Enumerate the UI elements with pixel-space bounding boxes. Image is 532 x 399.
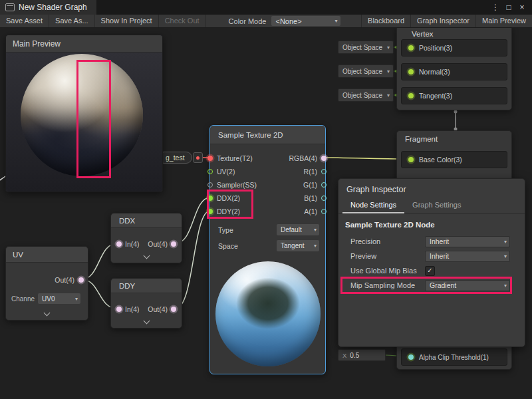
- a-output-port[interactable]: [321, 209, 327, 214]
- inspector-node-heading: Sample Texture 2D Node: [345, 221, 519, 229]
- fragment-row-base-color[interactable]: Base Color(3): [401, 151, 507, 168]
- uv-out-port[interactable]: [78, 277, 84, 283]
- texture-input-port[interactable]: [207, 156, 213, 161]
- ddy-in-group[interactable]: In(4): [116, 305, 140, 313]
- vertex-row-normal[interactable]: Normal(3): [401, 63, 507, 80]
- graph-inspector-panel[interactable]: Graph Inspector Node Settings Graph Sett…: [338, 178, 525, 347]
- rgba-output-port[interactable]: [321, 156, 327, 161]
- r-output-port[interactable]: [321, 169, 327, 174]
- ddy-input-row[interactable]: DDY(2): [207, 206, 240, 217]
- uv-channel-label: Channe: [11, 295, 35, 303]
- vertex-row-position[interactable]: Position(3): [401, 39, 507, 57]
- g-output-row[interactable]: G(1): [303, 180, 327, 190]
- sample-texture-preview-sphere: [215, 261, 321, 366]
- base-color-label: Base Color(3): [419, 156, 462, 164]
- uv-channel-dropdown[interactable]: UV0 ▾: [38, 293, 80, 304]
- vertex-row-tangent[interactable]: Tangent(3): [401, 87, 507, 104]
- r-output-row[interactable]: R(1): [304, 166, 327, 177]
- save-as-button[interactable]: Save As...: [49, 15, 95, 27]
- inspector-tab-bar: Node Settings Graph Settings: [338, 198, 525, 214]
- ddx-collapse-button[interactable]: [142, 253, 151, 260]
- uv-channel-value: UV0: [42, 295, 55, 303]
- chevron-down-icon: ▾: [314, 227, 317, 233]
- ddx-in-port[interactable]: [116, 241, 122, 247]
- ddx-node[interactable]: DDX In(4) Out(4): [110, 213, 182, 263]
- position-space-dropdown[interactable]: Object Space ▾: [338, 41, 394, 54]
- sample-texture-2d-node[interactable]: Sample Texture 2D Texture(T2) UV(2) Samp…: [209, 125, 326, 374]
- tab-graph-settings[interactable]: Graph Settings: [404, 198, 469, 213]
- mip-sampling-mode-dropdown[interactable]: Gradient ▾: [425, 280, 510, 291]
- ddy-out-group[interactable]: Out(4): [148, 305, 176, 313]
- graph-canvas[interactable]: Object Space ▾ Object Space ▾ Object Spa…: [0, 28, 532, 399]
- sampler-input-row[interactable]: Sampler(SS): [207, 180, 257, 190]
- ddy-in-port[interactable]: [116, 307, 122, 312]
- float-x-value[interactable]: 0.5: [350, 352, 359, 359]
- texture-input-row[interactable]: Texture(T2): [207, 153, 253, 164]
- close-icon[interactable]: ×: [516, 0, 528, 15]
- alpha-clip-port[interactable]: [408, 354, 414, 360]
- chevron-down-icon: ▾: [75, 296, 78, 302]
- ddy-collapse-button[interactable]: [142, 319, 151, 325]
- gtest-output-port[interactable]: [193, 152, 203, 163]
- fragment-row-alpha-clip[interactable]: Alpha Clip Threshold(1): [401, 348, 507, 366]
- chevron-down-icon: ▾: [387, 45, 390, 51]
- preview-dropdown[interactable]: Inherit ▾: [425, 251, 510, 262]
- position-port[interactable]: [408, 45, 414, 51]
- maximize-icon[interactable]: □: [503, 0, 515, 15]
- ddx-in-group[interactable]: In(4): [116, 240, 140, 248]
- space-dropdown[interactable]: Tangent ▾: [277, 240, 319, 251]
- uv-collapse-button[interactable]: [43, 311, 52, 317]
- uv-input-label: UV(2): [217, 168, 235, 176]
- g-output-port[interactable]: [321, 182, 327, 188]
- ddy-node[interactable]: DDY In(4) Out(4): [110, 278, 182, 329]
- b-output-port[interactable]: [321, 196, 327, 201]
- use-global-mip-bias-checkbox[interactable]: ✓: [425, 266, 435, 276]
- main-preview-body: [6, 53, 162, 192]
- rgba-output-label: RGBA(4): [289, 154, 317, 162]
- chevron-down-icon: ▾: [504, 239, 507, 245]
- position-space-value: Object Space: [342, 44, 382, 51]
- main-preview-header[interactable]: Main Preview: [6, 35, 162, 53]
- normal-space-dropdown[interactable]: Object Space ▾: [338, 65, 394, 78]
- shader-graph-tab[interactable]: New Shader Graph: [0, 0, 96, 15]
- normal-port[interactable]: [408, 69, 414, 74]
- uv-node[interactable]: UV Out(4) Channe UV0 ▾: [5, 246, 88, 321]
- base-color-port[interactable]: [408, 157, 414, 162]
- chevron-down-icon: ▾: [504, 253, 507, 259]
- ddx-out-label: Out(4): [148, 240, 168, 248]
- main-preview-toggle-button[interactable]: Main Preview: [475, 15, 532, 27]
- b-output-row[interactable]: B(1): [304, 193, 327, 203]
- gtest-property-node[interactable]: g_test: [158, 152, 192, 164]
- tab-node-settings[interactable]: Node Settings: [342, 198, 404, 213]
- alpha-clip-default-field[interactable]: X 0.5: [338, 349, 386, 361]
- precision-dropdown[interactable]: Inherit ▾: [425, 236, 510, 247]
- ddx-out-group[interactable]: Out(4): [148, 240, 176, 248]
- blackboard-toggle-button[interactable]: Blackboard: [361, 15, 410, 27]
- sampler-input-label: Sampler(SS): [217, 181, 257, 189]
- main-preview-panel[interactable]: Main Preview: [5, 35, 163, 192]
- type-dropdown[interactable]: Default ▾: [277, 224, 319, 235]
- type-label: Type: [218, 226, 233, 234]
- b-output-label: B(1): [304, 194, 317, 202]
- uv-out-label: Out(4): [55, 276, 74, 284]
- kebab-menu-icon[interactable]: ⋮: [489, 0, 501, 15]
- color-mode-dropdown[interactable]: <None> ▾: [271, 16, 340, 26]
- tangent-port[interactable]: [408, 93, 414, 98]
- ddx-input-port[interactable]: [207, 196, 213, 201]
- uv-input-row[interactable]: UV(2): [207, 166, 235, 177]
- sampler-input-port[interactable]: [207, 182, 213, 188]
- a-output-row[interactable]: A(1): [304, 206, 327, 217]
- mip-sampling-mode-value: Gradient: [430, 281, 456, 289]
- vertex-node[interactable]: Vertex Position(3) Normal(3) Tangent(3): [396, 28, 512, 110]
- show-in-project-button[interactable]: Show In Project: [95, 15, 159, 27]
- graph-inspector-toggle-button[interactable]: Graph Inspector: [410, 15, 475, 27]
- uv-input-port[interactable]: [207, 169, 213, 174]
- uv-out-group[interactable]: Out(4): [55, 275, 84, 285]
- ddx-out-port[interactable]: [171, 241, 176, 247]
- ddy-input-port[interactable]: [207, 209, 213, 214]
- rgba-output-row[interactable]: RGBA(4): [289, 153, 327, 164]
- ddx-input-row[interactable]: DDX(2): [207, 193, 240, 203]
- ddy-out-port[interactable]: [171, 307, 176, 312]
- save-asset-button[interactable]: Save Asset: [0, 15, 49, 27]
- tangent-space-dropdown[interactable]: Object Space ▾: [338, 88, 394, 102]
